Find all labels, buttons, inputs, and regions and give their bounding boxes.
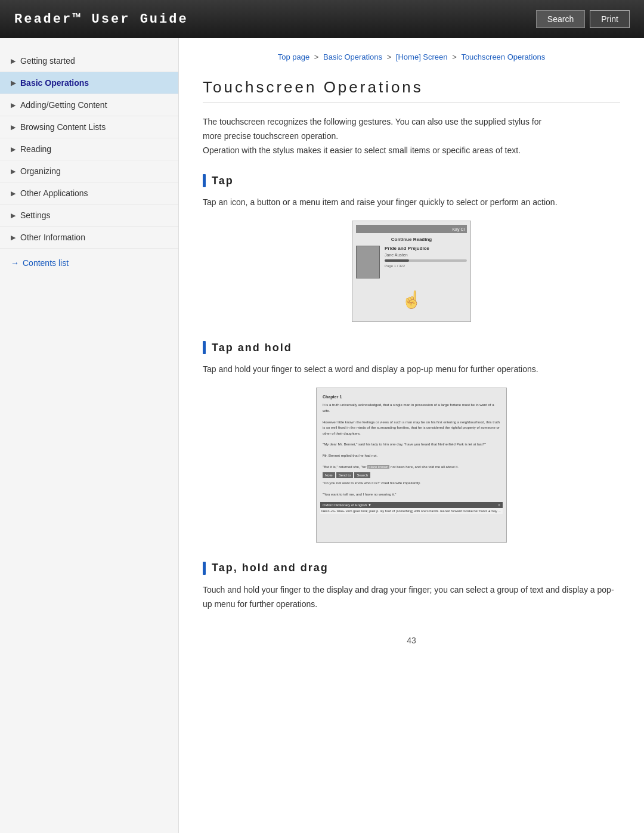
sidebar-item-label: Other Information: [20, 233, 85, 242]
arrow-right-icon: →: [11, 258, 19, 268]
section-bar-icon-tah: [203, 341, 206, 354]
sidebar-item-label: Getting started: [20, 56, 75, 66]
sidebar-item-basic-operations[interactable]: ▶ Basic Operations: [0, 72, 178, 94]
sidebar-item-label: Basic Operations: [20, 78, 89, 88]
breadcrumb-top[interactable]: Top page: [278, 52, 310, 61]
header-buttons: Search Print: [536, 10, 630, 28]
sidebar: ▶ Getting started ▶ Basic Operations ▶ A…: [0, 38, 179, 833]
sim-book-cover: Pride and Prejudice Jane Austen Page 1 /…: [356, 246, 467, 278]
sim-continue-reading: Continue Reading: [356, 237, 467, 242]
section-bar-icon: [203, 174, 206, 187]
section-tah-heading: Tap and hold: [203, 341, 620, 354]
description-line1: The touchscreen recognizes the following…: [203, 117, 541, 126]
sim-paragraph-5: "But it is," returned she, "for place kn…: [323, 465, 500, 470]
section-tah-label: Tap and hold: [212, 342, 292, 354]
breadcrumb-basic[interactable]: Basic Operations: [323, 52, 382, 61]
breadcrumb-current: Touchscreen Operations: [461, 52, 545, 61]
app-title: Reader™ User Guide: [14, 12, 188, 27]
section-tap-label: Tap: [212, 175, 234, 187]
sim-text-block: Chapter 1 It is a truth universally ackn…: [320, 392, 503, 500]
chevron-right-icon: ▶: [11, 101, 16, 109]
sidebar-item-label: Settings: [20, 210, 51, 220]
sim-paragraph-2: However little known the feelings or vie…: [323, 420, 500, 437]
sim-book-title: Pride and Prejudice: [385, 246, 467, 251]
tap-screenshot: Kay Cl Continue Reading Pride and Prejud…: [352, 221, 471, 322]
section-tap-and-hold: Tap and hold Tap and hold your finger to…: [203, 341, 620, 543]
chevron-right-icon: ▶: [11, 79, 16, 87]
sidebar-item-browsing-content[interactable]: ▶ Browsing Content Lists: [0, 116, 178, 138]
sim-top-bar-label: Kay Cl: [452, 227, 465, 231]
sim-paragraph-3: "My dear Mr. Bennet," said his lady to h…: [323, 442, 500, 448]
tah-screenshot-container: Chapter 1 It is a truth universally ackn…: [203, 388, 620, 543]
sim-paragraph-1: It is a truth universally acknowledged, …: [323, 402, 500, 414]
sim-cover-image: [356, 246, 380, 278]
sidebar-item-label: Other Applications: [20, 188, 88, 198]
breadcrumb-home[interactable]: [Home] Screen: [396, 52, 448, 61]
chevron-right-icon: ▶: [11, 234, 16, 241]
contents-link-label: Contents list: [23, 258, 69, 268]
sidebar-item-other-information[interactable]: ▶ Other Information: [0, 227, 178, 249]
sidebar-item-label: Reading: [20, 144, 51, 154]
sim-progress-fill: [385, 259, 409, 262]
sim-dict-label: Oxford Dictionary of English ▼: [323, 503, 371, 507]
sim-progress-bar: [385, 259, 467, 262]
sidebar-item-label: Adding/Getting Content: [20, 100, 107, 110]
page-title: Touchscreen Operations: [203, 78, 620, 103]
description-line3: Operation with the stylus makes it easie…: [203, 145, 521, 155]
tah-screenshot: Chapter 1 It is a truth universally ackn…: [316, 388, 507, 543]
page-number: 43: [203, 636, 620, 657]
tap-screenshot-container: Kay Cl Continue Reading Pride and Prejud…: [203, 221, 620, 322]
sim-dict-content: taken +v+ take+ verb (past took; past p.…: [320, 508, 503, 514]
chevron-right-icon: ▶: [11, 145, 16, 153]
sim-note-btn: Note: [323, 472, 335, 478]
chevron-right-icon: ▶: [11, 123, 16, 131]
sidebar-item-label: Browsing Content Lists: [20, 122, 106, 132]
sim-send-btn: Send to: [336, 472, 354, 478]
sidebar-item-organizing[interactable]: ▶ Organizing: [0, 160, 178, 182]
section-thd-text: Touch and hold your finger to the displa…: [203, 583, 620, 612]
section-tah-text: Tap and hold your finger to select a wor…: [203, 363, 620, 377]
breadcrumb-sep3: >: [450, 52, 459, 61]
sim-page-info: Page 1 / 322: [385, 264, 467, 268]
sim-paragraph-6: "Do you not want to know who it is?" cri…: [323, 481, 500, 487]
sim-dict-bar: Oxford Dictionary of English ▼ ≡: [320, 502, 503, 508]
section-tap-hold-drag: Tap, hold and drag Touch and hold your f…: [203, 562, 620, 612]
sim-book-author: Jane Austen: [385, 253, 467, 257]
section-bar-icon-thd: [203, 562, 206, 575]
sim-top-bar: Kay Cl: [356, 225, 467, 233]
chevron-right-icon: ▶: [11, 212, 16, 219]
chevron-right-icon: ▶: [11, 168, 16, 175]
sidebar-item-adding-content[interactable]: ▶ Adding/Getting Content: [0, 94, 178, 116]
breadcrumb-sep2: >: [385, 52, 394, 61]
sidebar-item-getting-started[interactable]: ▶ Getting started: [0, 50, 178, 72]
page-header: Reader™ User Guide Search Print: [0, 0, 644, 38]
search-button[interactable]: Search: [536, 10, 585, 28]
sidebar-item-settings[interactable]: ▶ Settings: [0, 205, 178, 227]
sim-book-info: Pride and Prejudice Jane Austen Page 1 /…: [385, 246, 467, 278]
sim-dict-icon: ≡: [498, 503, 500, 507]
sidebar-item-label: Organizing: [20, 166, 61, 176]
section-tap-text: Tap an icon, a button or a menu item and…: [203, 196, 620, 210]
print-button[interactable]: Print: [590, 10, 630, 28]
sidebar-item-reading[interactable]: ▶ Reading: [0, 138, 178, 160]
sim-tah-screen: Chapter 1 It is a truth universally ackn…: [317, 388, 506, 542]
sim-chapter-label: Chapter 1: [323, 394, 500, 401]
section-tap: Tap Tap an icon, a button or a menu item…: [203, 174, 620, 322]
sim-highlighted-text: place known: [367, 465, 389, 469]
contents-list-link[interactable]: → Contents list: [0, 249, 178, 277]
main-content: Top page > Basic Operations > [Home] Scr…: [179, 38, 644, 833]
breadcrumb: Top page > Basic Operations > [Home] Scr…: [203, 52, 620, 61]
section-thd-heading: Tap, hold and drag: [203, 562, 620, 575]
sim-paragraph-7: "You want to tell me, and I have no wear…: [323, 492, 500, 498]
finger-gesture-icon: ☝: [401, 290, 422, 309]
section-thd-label: Tap, hold and drag: [212, 562, 329, 574]
page-description: The touchscreen recognizes the following…: [203, 115, 620, 157]
chevron-right-icon: ▶: [11, 190, 16, 197]
chevron-right-icon: ▶: [11, 57, 16, 65]
main-layout: ▶ Getting started ▶ Basic Operations ▶ A…: [0, 38, 644, 833]
breadcrumb-sep1: >: [312, 52, 321, 61]
sim-paragraph-4: Mr. Bennet replied that he had not.: [323, 453, 500, 459]
sidebar-item-other-applications[interactable]: ▶ Other Applications: [0, 182, 178, 205]
section-tap-heading: Tap: [203, 174, 620, 187]
description-line2: more precise touchscreen operation.: [203, 131, 338, 141]
